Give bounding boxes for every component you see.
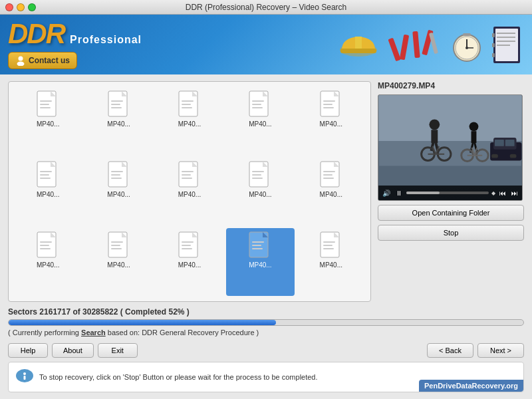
svg-rect-74 <box>323 178 334 179</box>
video-preview: 🔊 ⏸ ◆ ⏮ ⏭ <box>378 94 523 201</box>
svg-rect-78 <box>40 245 49 246</box>
svg-rect-32 <box>111 100 123 102</box>
window-controls[interactable] <box>5 3 36 11</box>
step-back-button[interactable]: ⏮ <box>498 190 507 197</box>
file-icon <box>36 231 60 260</box>
svg-rect-24 <box>492 53 495 57</box>
tools-icon <box>388 25 442 65</box>
svg-rect-19 <box>497 37 515 38</box>
file-label: MP40... <box>320 120 342 128</box>
procedure-highlight: Search <box>81 329 106 336</box>
volume-button[interactable]: 🔊 <box>381 190 392 197</box>
file-item[interactable]: MP40... <box>14 158 82 225</box>
file-label: MP40... <box>178 261 201 269</box>
svg-rect-54 <box>40 178 51 179</box>
file-item[interactable]: MP40... <box>14 228 82 296</box>
file-icon <box>319 90 343 119</box>
file-label: MP40... <box>107 191 130 198</box>
svg-rect-5 <box>388 38 401 62</box>
svg-rect-82 <box>111 241 123 243</box>
file-item[interactable]: MP40... <box>226 87 294 155</box>
svg-rect-23 <box>492 43 495 47</box>
stopwatch-icon <box>448 25 485 65</box>
file-item[interactable]: MP40... <box>14 87 82 155</box>
svg-rect-49 <box>323 107 334 108</box>
bike-scene <box>378 95 522 200</box>
svg-rect-21 <box>497 45 510 46</box>
svg-rect-42 <box>252 100 264 102</box>
maximize-button[interactable] <box>28 3 36 11</box>
contact-button[interactable]: Contact us <box>8 52 77 69</box>
svg-rect-89 <box>182 248 192 249</box>
svg-rect-53 <box>40 174 49 176</box>
svg-rect-69 <box>252 178 263 179</box>
svg-rect-63 <box>182 174 191 176</box>
preview-panel: MP400279.MP4 <box>378 81 524 302</box>
video-controls[interactable]: 🔊 ⏸ ◆ ⏮ ⏭ <box>378 186 522 200</box>
file-item[interactable]: MP40... <box>297 228 365 296</box>
video-progress[interactable] <box>406 192 489 194</box>
title-bar: DDR (Professional) Recovery – Video Sear… <box>0 0 532 15</box>
svg-rect-29 <box>40 107 51 108</box>
step-forward-button[interactable]: ⏭ <box>510 190 519 197</box>
help-button[interactable]: Help <box>8 343 48 358</box>
pause-button[interactable]: ⏸ <box>394 190 404 197</box>
file-icon <box>248 160 272 190</box>
exit-button[interactable]: Exit <box>98 343 138 358</box>
file-item[interactable]: MP40... <box>84 228 152 296</box>
svg-rect-20 <box>497 41 515 42</box>
stop-button[interactable]: Stop <box>378 225 524 241</box>
file-label: MP40... <box>320 261 342 269</box>
file-item[interactable]: MP40... <box>84 87 152 155</box>
svg-rect-6 <box>400 35 409 61</box>
next-button[interactable]: Next > <box>477 343 524 358</box>
svg-rect-39 <box>182 107 192 108</box>
back-button[interactable]: < Back <box>427 343 473 358</box>
bottom-buttons: Help About Exit < Back Next > <box>8 343 524 358</box>
svg-point-1 <box>17 62 25 66</box>
svg-rect-27 <box>40 100 52 102</box>
svg-rect-33 <box>111 104 120 105</box>
svg-rect-92 <box>252 241 264 243</box>
file-item[interactable]: MP40... <box>84 158 152 225</box>
person-icon <box>15 55 26 66</box>
svg-rect-48 <box>323 104 332 105</box>
svg-rect-59 <box>111 178 122 179</box>
svg-point-15 <box>466 47 468 49</box>
file-item[interactable]: MP40... <box>156 87 223 155</box>
svg-point-129 <box>23 372 26 375</box>
window-title: DDR (Professional) Recovery – Video Sear… <box>186 3 347 12</box>
svg-rect-44 <box>252 107 263 108</box>
svg-rect-130 <box>24 376 26 380</box>
svg-rect-57 <box>111 171 123 172</box>
file-label: MP40... <box>107 120 130 128</box>
progress-bar-container <box>8 319 524 326</box>
progress-bar-fill <box>9 320 276 325</box>
open-folder-button[interactable]: Open Containing Folder <box>378 205 524 221</box>
preview-filename: MP400279.MP4 <box>378 81 524 90</box>
svg-rect-22 <box>492 33 495 37</box>
file-icon <box>178 90 201 119</box>
file-grid-container: MP40...MP40...MP40...MP40...MP40...MP40.… <box>8 81 371 302</box>
svg-rect-123 <box>491 154 498 158</box>
file-icon <box>248 231 272 260</box>
svg-rect-93 <box>252 245 261 246</box>
progress-section: Sectors 2161717 of 30285822 ( Completed … <box>8 307 524 340</box>
about-button[interactable]: About <box>52 343 94 358</box>
file-item[interactable]: MP40... <box>226 228 294 296</box>
close-button[interactable] <box>5 3 13 11</box>
svg-rect-9 <box>429 33 438 54</box>
file-item[interactable]: MP40... <box>156 228 223 296</box>
file-item[interactable]: MP40... <box>156 158 223 225</box>
svg-point-0 <box>19 57 23 61</box>
file-item[interactable]: MP40... <box>297 87 365 155</box>
minimize-button[interactable] <box>17 3 25 11</box>
file-item[interactable]: MP40... <box>226 158 294 225</box>
header-icons <box>253 15 532 74</box>
svg-rect-73 <box>323 174 332 176</box>
svg-rect-126 <box>505 140 515 146</box>
file-item[interactable]: MP40... <box>297 158 365 225</box>
svg-rect-18 <box>497 33 515 34</box>
file-label: MP40... <box>37 120 59 128</box>
svg-rect-52 <box>40 171 52 172</box>
